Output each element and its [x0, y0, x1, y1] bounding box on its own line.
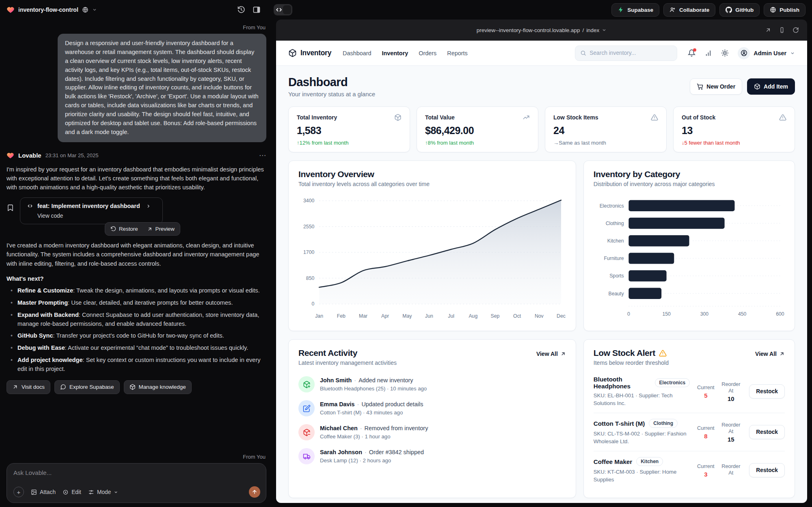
notifications-button[interactable]	[688, 49, 695, 57]
svg-text:Apr: Apr	[381, 313, 389, 319]
publish-button[interactable]: Publish	[764, 3, 806, 17]
code-view-toggle[interactable]	[274, 4, 292, 15]
explore-supabase-button[interactable]: Explore Supabase	[54, 380, 119, 394]
category-chip: Electronics	[655, 378, 690, 387]
preview-button[interactable]: Preview	[143, 224, 179, 234]
arrow-up-right-icon	[560, 351, 566, 357]
preview-panel: preview--inventory-flow-control.lovable.…	[276, 20, 807, 503]
add-button[interactable]: +	[13, 487, 24, 497]
code-card-row: feat: Implement inventory dashboard View…	[6, 197, 266, 224]
restock-button[interactable]: Restock	[749, 425, 785, 439]
activity-line: Michael Chen·Removed from inventory	[320, 425, 428, 431]
svg-text:Aug: Aug	[469, 313, 477, 319]
bar-chart-icon	[704, 49, 712, 57]
publish-label: Publish	[780, 7, 799, 13]
nav-link-dashboard[interactable]: Dashboard	[343, 50, 371, 56]
kpi-card: Low Stock Items 24 →Same as last month	[545, 106, 667, 152]
toggle-sidebar-button[interactable]	[253, 6, 261, 14]
analytics-button[interactable]	[704, 49, 712, 57]
svg-text:600: 600	[776, 311, 784, 317]
mode-selector[interactable]: Mode	[88, 489, 119, 495]
recent-activity-card: Recent Activity Latest inventory managem…	[288, 339, 576, 498]
user-menu[interactable]: Admin User	[738, 47, 795, 59]
nav-link-inventory[interactable]: Inventory	[382, 50, 408, 56]
edit-label: Edit	[71, 489, 81, 495]
bookmark-icon[interactable]	[6, 204, 14, 212]
section-subtitle: Items below reorder threshold	[594, 360, 669, 366]
kpi-card: Total Inventory 1,583 ↑12% from last mon…	[288, 106, 410, 152]
chevron-down-icon[interactable]	[92, 7, 97, 12]
add-item-button[interactable]: Add Item	[747, 78, 795, 95]
nav-link-orders[interactable]: Orders	[419, 50, 436, 56]
preview-page-name: index	[586, 27, 599, 33]
github-button[interactable]: GitHub	[719, 3, 760, 17]
manage-knowledge-button[interactable]: Manage knowledge	[124, 380, 192, 394]
chat-composer[interactable]: + Attach Edit Mode	[6, 463, 266, 503]
restock-button[interactable]: Restock	[749, 463, 785, 477]
page-title: Dashboard	[288, 76, 375, 89]
image-icon	[31, 489, 37, 495]
svg-text:Beauty: Beauty	[608, 291, 624, 297]
kpi-label: Total Value	[425, 114, 455, 121]
kpi-value: 13	[682, 125, 786, 136]
search-input[interactable]	[590, 50, 672, 56]
item-sku: SKU: CL-TS-M-002 · Supplier: Fashion Who…	[594, 430, 690, 445]
new-order-label: New Order	[706, 83, 735, 90]
send-button[interactable]	[249, 486, 260, 498]
new-order-button[interactable]: New Order	[690, 78, 742, 95]
view-all-activity-link[interactable]: View All	[536, 351, 566, 357]
chat-input[interactable]	[13, 469, 260, 476]
svg-text:3400: 3400	[303, 198, 314, 204]
assistant-paragraph-2: I've created a modern inventory dashboar…	[6, 241, 266, 268]
collaborate-button[interactable]: Collaborate	[663, 3, 715, 17]
commit-card[interactable]: feat: Implement inventory dashboard View…	[20, 197, 163, 224]
supabase-button[interactable]: Supabase	[611, 3, 659, 17]
view-code-link[interactable]: View code	[37, 213, 156, 219]
low-stock-row: Cotton T-shirt (M)Clothing SKU: CL-TS-M-…	[594, 413, 785, 451]
preview-url[interactable]: preview--inventory-flow-control.lovable.…	[477, 27, 607, 33]
notification-dot	[693, 48, 696, 52]
alert-triangle-icon	[659, 349, 667, 357]
assistant-header: Lovable 23:31 on Mar 25, 2025 ⋯	[6, 151, 266, 160]
svg-text:Feb: Feb	[337, 313, 346, 319]
site-brand[interactable]: Inventory	[288, 49, 331, 57]
kpi-value: 24	[553, 125, 658, 136]
view-all-low-stock-link[interactable]: View All	[755, 351, 785, 357]
kpi-card: Out of Stock 13 ↓5 fewer than last month	[673, 106, 795, 152]
chart-title: Inventory by Category	[594, 169, 785, 179]
restore-icon	[110, 226, 116, 232]
visit-docs-button[interactable]: Visit docs	[6, 380, 50, 394]
whats-next-item: Debug with Ease: Activate our experiment…	[6, 344, 266, 353]
attach-button[interactable]: Attach	[31, 489, 56, 495]
svg-text:150: 150	[662, 311, 671, 317]
chevron-down-icon	[602, 28, 607, 32]
activity-detail: Bluetooth Headphones (25) · 10 minutes a…	[320, 386, 427, 392]
history-button[interactable]	[237, 6, 245, 14]
open-in-new-tab-button[interactable]	[765, 27, 771, 33]
lovable-avatar	[6, 152, 14, 159]
restock-button[interactable]: Restock	[749, 384, 785, 399]
theme-toggle-button[interactable]	[721, 49, 729, 57]
kpi-value: 1,583	[297, 125, 402, 136]
arrow-up-right-icon	[779, 351, 785, 357]
svg-text:Clothing: Clothing	[605, 221, 624, 226]
restore-button[interactable]: Restore	[106, 224, 142, 234]
preview-url-text: preview--inventory-flow-control.lovable.…	[477, 27, 580, 33]
target-icon	[63, 489, 69, 495]
kpi-delta: ↑8% from last month	[425, 140, 530, 146]
edit-button[interactable]: Edit	[63, 489, 81, 495]
collaborate-label: Collaborate	[679, 7, 709, 13]
dashboard-page: Dashboard Your inventory status at a gla…	[276, 66, 807, 503]
mobile-view-button[interactable]	[779, 27, 785, 33]
svg-text:850: 850	[306, 275, 315, 281]
item-sku: SKU: EL-BH-001 · Supplier: Tech Solution…	[594, 392, 690, 407]
project-menu[interactable]: inventory-flow-control	[6, 6, 97, 14]
refresh-button[interactable]	[793, 27, 799, 33]
nav-link-reports[interactable]: Reports	[447, 50, 467, 56]
people-icon	[669, 6, 676, 13]
view-all-label: View All	[755, 351, 777, 357]
svg-text:Jul: Jul	[448, 313, 454, 319]
chat-panel: From You Design a responsive and user-fr…	[0, 20, 276, 507]
search-box[interactable]	[575, 46, 677, 61]
message-menu-button[interactable]: ⋯	[259, 151, 266, 160]
